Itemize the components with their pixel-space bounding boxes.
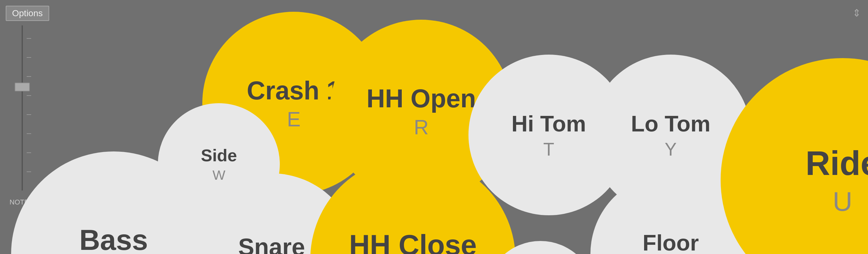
slider-handle[interactable] [14,83,30,91]
pad-name-crash1: Crash 1 [247,75,341,106]
pad-key-hi-tom: T [543,139,554,160]
pad-name-lo-tom: Lo Tom [631,110,710,137]
tick [27,171,31,172]
tick [27,152,31,153]
pad-name-hh-close: HH Close [349,228,477,254]
pad-key-hh-open: R [414,116,429,139]
pad-key-side: W [213,167,225,183]
tick [27,95,31,96]
slider-track[interactable] [22,25,23,191]
tick [27,38,31,39]
pad-key-lo-tom: Y [665,139,677,160]
tick [27,114,31,115]
pad-name-hi-tom: Hi Tom [512,110,586,137]
pad-name-snare: Snare [238,233,305,254]
tick-marks [12,25,31,191]
pad-name-bass: Bass [80,223,148,254]
pad-key-crash1: E [287,108,301,131]
options-button[interactable]: Options [6,6,49,21]
pad-name-side: Side [201,145,237,166]
velocity-slider-area: NOTE VELOC. [9,25,35,210]
pad-key-ride: U [833,186,852,217]
pad-name-ride: Ride [805,143,868,184]
tick [27,57,31,58]
resize-icon: ⇕ [852,7,861,19]
pad-name-hh-open: HH Open [367,83,476,114]
tick [27,133,31,134]
drum-machine: Options ⇕ NOTE VELOC. Crash 1EHH OpenRSi… [0,0,868,254]
tick [27,76,31,77]
pad-ride[interactable]: RideU [721,58,868,254]
pad-name-floor: Floor [643,229,699,254]
